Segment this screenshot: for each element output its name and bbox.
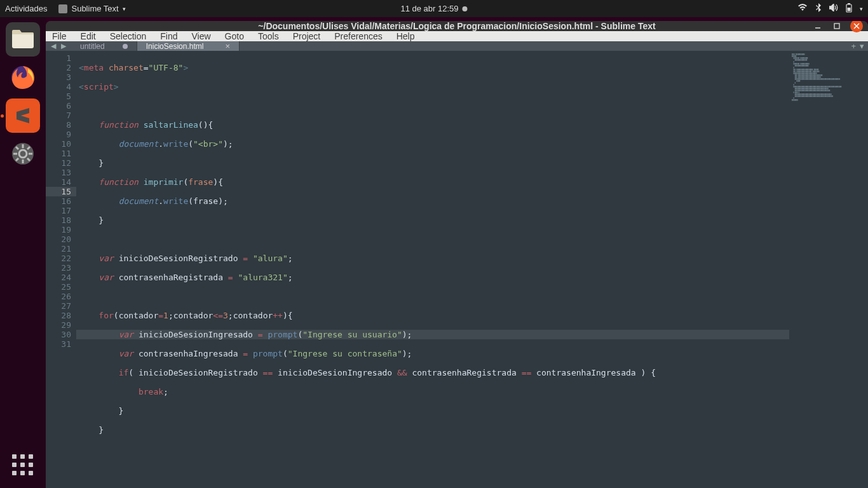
svg-rect-16: [834, 24, 839, 29]
running-indicator-icon: [1, 114, 4, 118]
code-area[interactable]: <meta charset="UTF-8"> <script> function…: [76, 51, 789, 488]
line-gutter[interactable]: 1234567891011121314151617181920212223242…: [46, 51, 76, 488]
close-tab-icon[interactable]: ×: [225, 41, 230, 51]
activities-button[interactable]: Actividades: [5, 4, 47, 13]
chevron-down-icon: ▾: [123, 6, 126, 12]
menu-file[interactable]: File: [52, 31, 67, 41]
sublime-icon: [58, 4, 67, 13]
sublime-window: ~/Documentos/Ulises Vidal/Materias/Logic…: [46, 21, 868, 488]
new-tab-icon[interactable]: +: [851, 41, 856, 51]
menu-edit[interactable]: Edit: [81, 31, 96, 41]
window-titlebar[interactable]: ~/Documentos/Ulises Vidal/Materias/Logic…: [46, 21, 868, 31]
menu-find[interactable]: Find: [160, 31, 177, 41]
tab-nav-back-icon[interactable]: ◀: [51, 42, 56, 50]
wifi-icon: [797, 4, 808, 13]
editor: 1234567891011121314151617181920212223242…: [46, 51, 868, 488]
menu-help[interactable]: Help: [397, 31, 415, 41]
battery-icon: [846, 3, 852, 15]
dock-firefox[interactable]: [6, 60, 40, 95]
dock-files[interactable]: [6, 22, 40, 57]
topbar-clock[interactable]: 11 de abr 12:59: [400, 4, 467, 13]
maximize-button[interactable]: [831, 21, 843, 32]
minimap[interactable]: ████ ████████████ ██████ ████████ ██████…: [789, 51, 859, 488]
notification-dot-icon: [463, 6, 468, 11]
menu-view[interactable]: View: [192, 31, 211, 41]
vertical-scrollbar[interactable]: [859, 51, 868, 488]
menu-tools[interactable]: Tools: [258, 31, 279, 41]
system-tray[interactable]: ▾: [797, 3, 863, 15]
dirty-indicator-icon: [123, 44, 128, 49]
menu-project[interactable]: Project: [293, 31, 321, 41]
tab-iniciosesion[interactable]: InicioSesion.html ×: [137, 41, 240, 51]
tab-nav-forward-icon[interactable]: ▶: [61, 42, 66, 50]
show-applications-button[interactable]: [8, 450, 38, 480]
dock-settings[interactable]: [6, 137, 40, 171]
menu-preferences[interactable]: Preferences: [334, 31, 382, 41]
svg-rect-3: [12, 32, 34, 48]
volume-icon: [829, 4, 838, 13]
minimap-content: ████ ████████████ ██████ ████████ ██████…: [792, 53, 857, 101]
tab-dropdown-icon[interactable]: ▾: [860, 41, 864, 51]
close-button[interactable]: [850, 21, 863, 32]
chevron-down-icon: ▾: [860, 6, 863, 12]
gnome-topbar: Actividades Sublime Text ▾ 11 de abr 12:…: [0, 0, 868, 17]
minimize-button[interactable]: [812, 21, 824, 32]
menu-goto[interactable]: Goto: [225, 31, 244, 41]
tabbar: ◀ ▶ untitled InicioSesion.html × + ▾: [46, 41, 868, 51]
svg-rect-2: [848, 8, 851, 11]
tab-untitled[interactable]: untitled: [71, 41, 137, 51]
dock-sublime[interactable]: [6, 98, 40, 133]
menubar: File Edit Selection Find View Goto Tools…: [46, 31, 868, 41]
bluetooth-icon: [815, 3, 822, 14]
topbar-app-menu[interactable]: Sublime Text ▾: [58, 4, 125, 13]
window-title: ~/Documentos/Ulises Vidal/Materias/Logic…: [258, 21, 655, 31]
menu-selection[interactable]: Selection: [110, 31, 147, 41]
ubuntu-dock: [0, 17, 46, 488]
